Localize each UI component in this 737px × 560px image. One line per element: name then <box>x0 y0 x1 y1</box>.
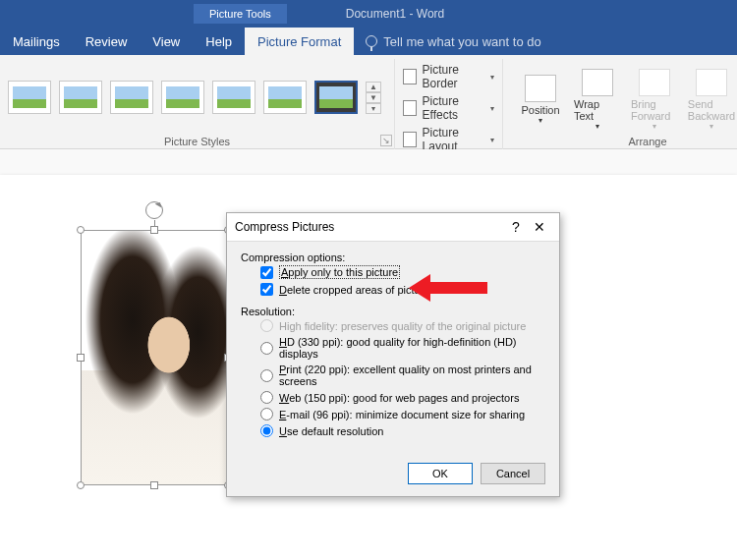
picture-style-2[interactable] <box>59 81 102 114</box>
resize-handle-sw[interactable] <box>77 481 85 489</box>
picture-border-button[interactable]: Picture Border▾ <box>403 63 494 90</box>
delete-cropped-checkbox[interactable] <box>260 283 273 296</box>
apply-only-row[interactable]: Apply only to this picture <box>241 263 545 281</box>
wrap-text-icon <box>582 69 613 96</box>
annotation-arrow <box>409 275 487 299</box>
resolution-print[interactable]: Print (220 ppi): excellent quality on mo… <box>241 362 545 389</box>
close-button[interactable]: ✕ <box>528 219 551 235</box>
picture-effects-button[interactable]: Picture Effects▾ <box>403 94 494 122</box>
resolution-label: Resolution: <box>241 306 545 317</box>
menu-bar: Mailings Review View Help Picture Format… <box>0 28 737 55</box>
title-bar: Picture Tools Document1 - Word <box>0 0 737 28</box>
resolution-high-fidelity: High fidelity: preserves quality of the … <box>241 317 545 334</box>
group-label-picture-styles: Picture Styles <box>8 136 386 149</box>
arrow-body <box>430 282 487 294</box>
arrow-head-icon <box>409 274 430 302</box>
position-icon <box>525 75 556 102</box>
border-icon <box>403 69 417 84</box>
layout-icon <box>403 132 417 147</box>
effects-icon <box>403 100 417 116</box>
radio-print[interactable] <box>260 369 273 382</box>
radio-web[interactable] <box>260 391 273 404</box>
document-area: Compress Pictures ? ✕ Compression option… <box>0 149 737 560</box>
chevron-down-icon: ▾ <box>490 73 494 82</box>
radio-hd[interactable] <box>260 342 273 355</box>
gallery-scroll[interactable]: ▲ ▼ ▾ <box>366 82 381 114</box>
tab-picture-format[interactable]: Picture Format <box>245 28 354 55</box>
context-tab-picture-tools[interactable]: Picture Tools <box>194 4 287 24</box>
picture-style-3[interactable] <box>110 81 153 114</box>
tab-help[interactable]: Help <box>193 28 245 55</box>
radio-email[interactable] <box>260 408 273 420</box>
tab-mailings[interactable]: Mailings <box>0 28 73 55</box>
resize-handle-s[interactable] <box>150 481 158 489</box>
rotate-handle[interactable] <box>145 201 163 219</box>
picture-style-6[interactable] <box>263 81 307 114</box>
send-backward-button[interactable]: Send Backward▾ <box>688 69 735 131</box>
position-button[interactable]: Position▾ <box>517 75 564 125</box>
chevron-down-icon: ▾ <box>490 136 494 144</box>
tab-review[interactable]: Review <box>73 28 141 55</box>
ribbon: ▲ ▼ ▾ Picture Styles ↘ Picture Border▾ P… <box>0 55 737 149</box>
gallery-up-icon[interactable]: ▲ <box>366 82 381 92</box>
document-title: Document1 - Word <box>346 7 445 21</box>
resolution-default[interactable]: Use default resolution <box>241 422 545 439</box>
compress-pictures-dialog: Compress Pictures ? ✕ Compression option… <box>226 212 560 497</box>
resize-handle-n[interactable] <box>150 226 158 234</box>
bring-forward-icon <box>639 69 670 96</box>
radio-high-fidelity <box>260 319 273 332</box>
compression-options-label: Compression options: <box>241 252 545 263</box>
tab-view[interactable]: View <box>140 28 193 55</box>
group-label-arrange: Arrange <box>511 136 737 149</box>
send-backward-icon <box>696 69 727 96</box>
bring-forward-button[interactable]: Bring Forward▾ <box>631 69 678 131</box>
apply-only-checkbox[interactable] <box>260 266 273 279</box>
resize-handle-nw[interactable] <box>77 226 85 234</box>
dialog-title-text: Compress Pictures <box>235 220 504 234</box>
wrap-text-button[interactable]: Wrap Text▾ <box>574 69 621 131</box>
gallery-more-icon[interactable]: ▾ <box>366 103 381 114</box>
lightbulb-icon <box>366 35 377 47</box>
resize-handle-w[interactable] <box>77 354 85 362</box>
tell-me-search[interactable]: Tell me what you want to do <box>354 28 552 55</box>
cancel-button[interactable]: Cancel <box>481 463 545 484</box>
resolution-web[interactable]: Web (150 ppi): good for web pages and pr… <box>241 389 545 406</box>
picture-content <box>82 231 227 484</box>
radio-default[interactable] <box>260 424 273 437</box>
page[interactable]: Compress Pictures ? ✕ Compression option… <box>0 175 737 560</box>
picture-style-5[interactable] <box>212 81 255 114</box>
dialog-titlebar[interactable]: Compress Pictures ? ✕ <box>227 213 559 242</box>
gallery-down-icon[interactable]: ▼ <box>366 92 381 103</box>
ok-button[interactable]: OK <box>408 463 473 484</box>
picture-style-1[interactable] <box>8 81 51 114</box>
dialog-launcher-picture-styles[interactable]: ↘ <box>380 135 392 146</box>
delete-cropped-row[interactable]: Delete cropped areas of pictures <box>241 281 545 298</box>
resolution-email[interactable]: E-mail (96 ppi): minimize document size … <box>241 406 545 422</box>
help-button[interactable]: ? <box>504 219 528 235</box>
picture-style-4[interactable] <box>161 81 204 114</box>
selected-picture[interactable] <box>81 230 228 485</box>
chevron-down-icon: ▾ <box>490 104 494 113</box>
picture-style-7-selected[interactable] <box>314 81 358 114</box>
resolution-hd[interactable]: HD (330 ppi): good quality for high-defi… <box>241 334 545 362</box>
apply-only-label: Apply only to this picture <box>279 265 400 279</box>
